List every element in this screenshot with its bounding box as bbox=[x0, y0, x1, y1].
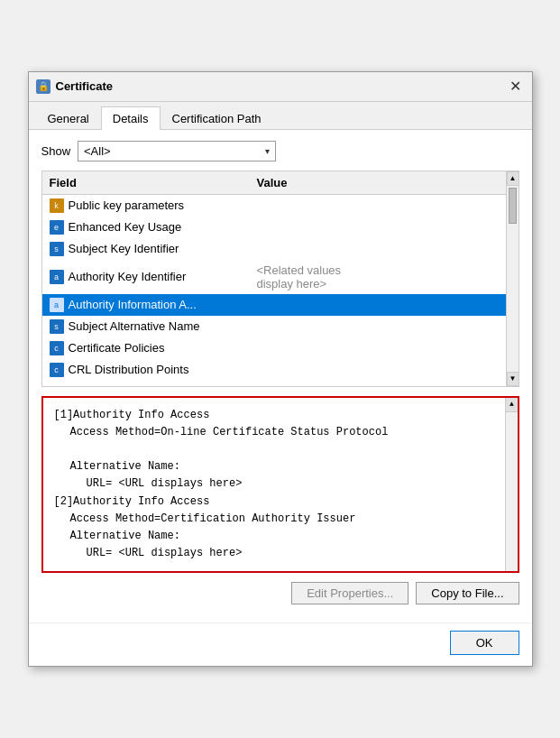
close-button[interactable]: ✕ bbox=[507, 78, 525, 96]
tab-bar: General Details Certification Path bbox=[29, 102, 532, 130]
dialog-title: Certificate bbox=[56, 79, 507, 93]
key-icon: k bbox=[50, 198, 64, 213]
action-buttons: Edit Properties... Copy to File... bbox=[41, 582, 519, 612]
enhanced-key-icon: e bbox=[50, 220, 64, 235]
value-line: [1]Authority Info Access bbox=[54, 407, 491, 424]
scroll-up-button[interactable]: ▲ bbox=[507, 171, 519, 186]
table-row[interactable]: c Certificate Policies bbox=[42, 337, 519, 359]
title-bar: 🔒 Certificate ✕ bbox=[29, 72, 532, 102]
value-line: Alternative Name: bbox=[70, 528, 491, 545]
value-column-header: Value bbox=[250, 174, 519, 191]
value-line: Access Method=Certification Authority Is… bbox=[70, 511, 491, 528]
bottom-row: OK bbox=[29, 623, 532, 666]
show-row: Show <All> ▾ bbox=[41, 141, 519, 161]
authority-key-icon: a bbox=[50, 270, 64, 284]
subject-key-icon: s bbox=[50, 242, 64, 256]
value-text-area: [1]Authority Info Access Access Method=O… bbox=[54, 407, 507, 563]
value-line: Alternative Name: bbox=[70, 458, 491, 475]
table-row[interactable]: e Enhanced Key Usage bbox=[42, 217, 519, 238]
value-line: Access Method=On-line Certificate Status… bbox=[70, 424, 491, 441]
scroll-down-button[interactable]: ▼ bbox=[507, 372, 519, 386]
show-dropdown[interactable]: <All> ▾ bbox=[78, 141, 276, 161]
subject-alt-icon: s bbox=[50, 319, 64, 334]
table-row[interactable]: a Authority Information A... bbox=[42, 294, 519, 316]
authority-info-icon: a bbox=[50, 298, 64, 312]
value-detail-box: [1]Authority Info Access Access Method=O… bbox=[41, 396, 519, 574]
crl-icon: c bbox=[50, 363, 64, 377]
tab-certification-path[interactable]: Certification Path bbox=[161, 106, 273, 130]
chevron-down-icon: ▾ bbox=[265, 146, 270, 156]
edit-properties-button[interactable]: Edit Properties... bbox=[291, 582, 409, 604]
tab-content: Show <All> ▾ Field Value k Public key pa… bbox=[29, 130, 532, 623]
value-line: URL= <URL displays here> bbox=[87, 475, 491, 493]
fields-table: Field Value k Public key parameters e En… bbox=[41, 171, 519, 387]
table-row[interactable]: c CRL Distribution Points bbox=[42, 359, 519, 381]
table-header: Field Value bbox=[42, 171, 519, 195]
show-label: Show bbox=[41, 144, 71, 158]
table-body: k Public key parameters e Enhanced Key U… bbox=[42, 195, 519, 386]
table-row[interactable]: s Subject Alternative Name bbox=[42, 316, 519, 337]
cert-policies-icon: c bbox=[50, 341, 64, 355]
tab-general[interactable]: General bbox=[36, 106, 101, 130]
value-line: [2]Authority Info Access bbox=[54, 494, 491, 511]
ok-button[interactable]: OK bbox=[450, 631, 519, 655]
table-row[interactable]: a Authority Key Identifier <Related valu… bbox=[42, 260, 519, 294]
table-row[interactable]: k Public key parameters bbox=[42, 195, 519, 217]
show-select-value: <All> bbox=[84, 144, 111, 158]
copy-to-file-button[interactable]: Copy to File... bbox=[416, 582, 519, 604]
value-line bbox=[54, 441, 491, 458]
field-column-header: Field bbox=[42, 174, 250, 191]
value-line: URL= <URL displays here> bbox=[87, 545, 491, 562]
value-scroll-up-button[interactable]: ▲ bbox=[506, 398, 519, 412]
scroll-thumb[interactable] bbox=[509, 188, 517, 224]
table-scrollbar[interactable]: ▲ ▼ bbox=[506, 171, 519, 386]
dialog-icon: 🔒 bbox=[36, 79, 50, 94]
value-box-scrollbar[interactable]: ▲ ▼ bbox=[505, 398, 518, 572]
certificate-dialog: 🔒 Certificate ✕ General Details Certific… bbox=[28, 71, 533, 668]
table-row[interactable]: s Subject Key Identifier bbox=[42, 238, 519, 260]
tab-details[interactable]: Details bbox=[101, 106, 161, 130]
